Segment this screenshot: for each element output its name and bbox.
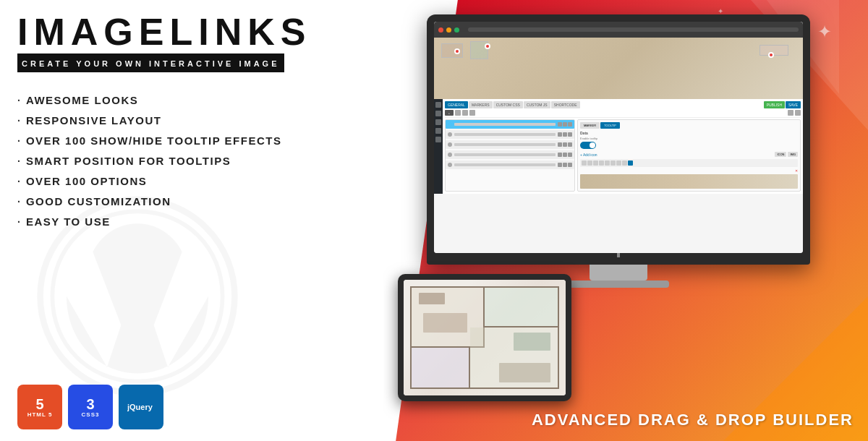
feature-text-awesome-looks: AWESOME LOOKS [26, 94, 138, 106]
marker-row-1 [446, 120, 574, 129]
marker-dot-2 [448, 132, 452, 137]
feature-bullet: · [17, 216, 20, 228]
marker-row-3 [446, 140, 574, 149]
icon-btn-2: IMG [788, 152, 798, 157]
enable-tooltip-label: Enable tooltip [580, 137, 798, 140]
toolbar-add-icon: + [445, 110, 454, 116]
settings-tab-tooltip: TOOLTIP [600, 122, 620, 129]
settings-tabs: MARKER TOOLTIP [580, 122, 798, 129]
marker-text-2 [454, 133, 556, 136]
admin-sidebar [434, 99, 443, 194]
editor-btn-1 [582, 160, 587, 166]
marker-dot-1 [448, 122, 452, 127]
marker-icon-delete-4 [568, 153, 572, 157]
screen-ui: GENERAL MARKERS CUSTOM CSS CUSTOM JS SHO… [434, 22, 803, 253]
editor-btn-8 [622, 160, 627, 166]
admin-toolbar: + [445, 110, 801, 118]
furniture-1 [419, 293, 445, 305]
marker-icon-edit-3 [563, 142, 567, 147]
admin-content-area: GENERAL MARKERS CUSTOM CSS CUSTOM JS SHO… [443, 99, 803, 194]
furniture-3 [514, 333, 550, 351]
sidebar-icon-4 [435, 128, 441, 134]
feature-text-smart-position: SMART POSITION FOR TOOLTIPS [26, 155, 231, 167]
btn-publish: PUBLISH [764, 101, 785, 108]
subtitle-text: CREATE YOUR OWN INTERACTIVE IMAGE [22, 59, 280, 68]
css3-label: CSS3 [82, 411, 100, 418]
marker-icon-edit-5 [563, 163, 567, 167]
marker-icon-delete [568, 122, 572, 127]
sidebar-icon-3 [435, 119, 441, 125]
toolbar-icon-5 [795, 110, 801, 116]
feature-item-easy-to-use: · EASY TO USE [17, 215, 366, 228]
admin-tab-bar: GENERAL MARKERS CUSTOM CSS CUSTOM JS SHO… [445, 101, 801, 108]
toolbar-icon-3 [469, 110, 475, 116]
feature-item-smart-position: · SMART POSITION FOR TOOLTIPS [17, 155, 366, 167]
marker-dot-4 [448, 153, 452, 157]
marker-dot-3 [448, 142, 452, 147]
feature-bullet: · [17, 155, 20, 167]
main-container: IMAGELINKS CREATE YOUR OWN INTERACTIVE I… [0, 0, 868, 441]
tablet-mockup [398, 274, 571, 401]
marker-row-5 [446, 160, 574, 169]
marker-icons-5 [558, 163, 572, 167]
toolbar-icon-2 [462, 110, 468, 116]
preview-image-area [434, 38, 803, 99]
feature-text-easy-to-use: EASY TO USE [26, 215, 111, 228]
screen-topbar [434, 22, 803, 38]
preview-img-bg [434, 38, 803, 99]
feature-text-over-100-options: OVER 100 OPTIONS [26, 175, 147, 187]
image-thumbnail [580, 174, 798, 189]
dot-yellow [446, 27, 451, 33]
left-panel: IMAGELINKS CREATE YOUR OWN INTERACTIVE I… [0, 0, 383, 441]
editor-btn-2 [587, 160, 592, 166]
url-bar [468, 27, 799, 32]
editor-btn-7 [616, 160, 621, 166]
feature-text-good-customization: GOOD CUSTOMIZATION [26, 195, 171, 207]
monitor-screen: GENERAL MARKERS CUSTOM CSS CUSTOM JS SHO… [434, 22, 803, 253]
html5-label: HTML 5 [27, 411, 53, 418]
toolbar-icon-4 [788, 110, 793, 116]
close-row: ✕ [580, 168, 798, 173]
marker-icon-delete-3 [568, 142, 572, 147]
html5-number: 5 [35, 397, 43, 411]
editor-btn-3 [593, 160, 598, 166]
btn-save: SAVE [786, 101, 801, 108]
tab-markers: MARKERS [469, 101, 493, 108]
sidebar-icon-1 [435, 102, 441, 108]
feature-item-good-customization: · GOOD CUSTOMIZATION [17, 195, 366, 207]
tagline-text: ADVANCED DRAG & DROP BUILDER [532, 411, 854, 429]
monitor-stand-area [434, 253, 803, 257]
toggle-knob [590, 142, 595, 148]
furniture-4 [499, 363, 550, 383]
toolbar-icon-1 [455, 110, 461, 116]
room-block-3 [760, 45, 788, 56]
marker-icon-edit [563, 122, 567, 127]
feature-bullet: · [17, 135, 20, 147]
bottom-tagline: ADVANCED DRAG & DROP BUILDER [532, 411, 854, 429]
right-panel: ✦ ✦ ✦ [383, 0, 868, 441]
html5-badge: 5 HTML 5 [17, 385, 62, 429]
add-icon-label: + Add icon [580, 153, 597, 157]
marker-icon-eye-5 [558, 163, 562, 167]
tablet-screen-inner [404, 280, 566, 395]
add-icon-row: + Add icon ICON IMG [580, 152, 798, 157]
tooltip-pin-3 [768, 52, 774, 58]
editor-toolbar [580, 159, 798, 167]
monitor-neck [617, 253, 620, 257]
preview-image-content [434, 38, 803, 99]
icon-btn-1: ICON [775, 152, 786, 157]
marker-icon-eye-4 [558, 153, 562, 157]
tablet-screen [404, 280, 566, 395]
tooltip-pin-1 [454, 48, 460, 54]
monitor-mockup: GENERAL MARKERS CUSTOM CSS CUSTOM JS SHO… [427, 14, 810, 288]
tech-badges: 5 HTML 5 3 CSS3 jQuery [17, 385, 366, 429]
marker-row-4 [446, 150, 574, 159]
floorplan-area [407, 283, 562, 392]
marker-icons-4 [558, 153, 572, 157]
toggle-switch [580, 142, 596, 149]
tab-spacer [581, 101, 763, 108]
thumbnail-image [580, 174, 798, 189]
marker-text-4 [454, 153, 556, 156]
editor-btn-5 [605, 160, 610, 166]
marker-text-1 [454, 123, 556, 126]
